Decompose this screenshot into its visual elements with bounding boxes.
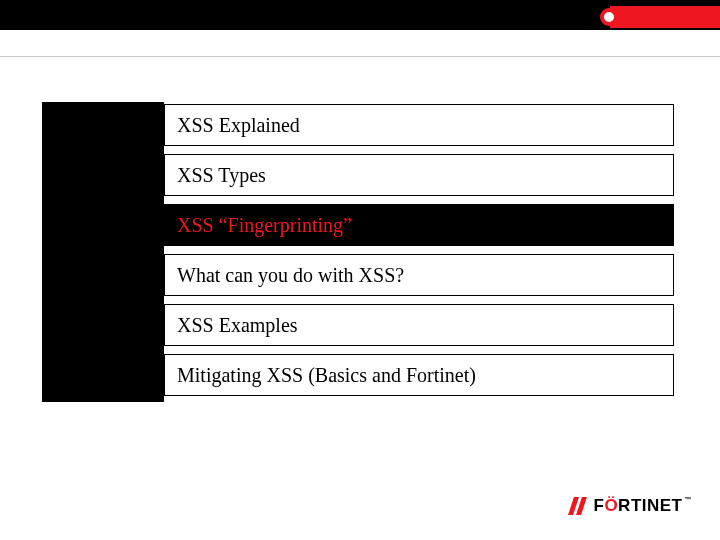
agenda-item-label: What can you do with XSS?: [177, 264, 404, 287]
logo-part3: RTINET: [618, 496, 682, 515]
logo-part2: Ö: [604, 496, 618, 515]
agenda-item-mitigating-xss: Mitigating XSS (Basics and Fortinet): [164, 354, 674, 396]
agenda-sidebar-block: [42, 102, 164, 402]
agenda-item-xss-explained: XSS Explained: [164, 104, 674, 146]
agenda-item-label: XSS Explained: [177, 114, 300, 137]
header-white-gap: [0, 30, 720, 34]
agenda-item-what-can-you-do: What can you do with XSS?: [164, 254, 674, 296]
agenda-item-xss-fingerprinting: XSS “Fingerprinting”: [164, 204, 674, 246]
agenda-list: XSS Explained XSS Types XSS “Fingerprint…: [164, 104, 674, 404]
agenda-item-xss-examples: XSS Examples: [164, 304, 674, 346]
logo-part1: F: [593, 496, 604, 515]
header-divider: [0, 56, 720, 57]
header-circle-icon: [600, 8, 618, 26]
agenda-item-xss-types: XSS Types: [164, 154, 674, 196]
agenda-item-label: XSS Examples: [177, 314, 298, 337]
logo-tm: ™: [685, 496, 693, 503]
agenda-item-label: XSS “Fingerprinting”: [177, 214, 352, 237]
header-red-accent: [610, 6, 720, 28]
fortinet-logo-text: FÖRTINET™: [593, 496, 692, 516]
fortinet-logo-icon: [571, 497, 587, 515]
agenda-item-label: Mitigating XSS (Basics and Fortinet): [177, 364, 476, 387]
agenda-item-label: XSS Types: [177, 164, 266, 187]
slide: XSS Explained XSS Types XSS “Fingerprint…: [0, 0, 720, 540]
fortinet-logo: FÖRTINET™: [571, 496, 692, 516]
